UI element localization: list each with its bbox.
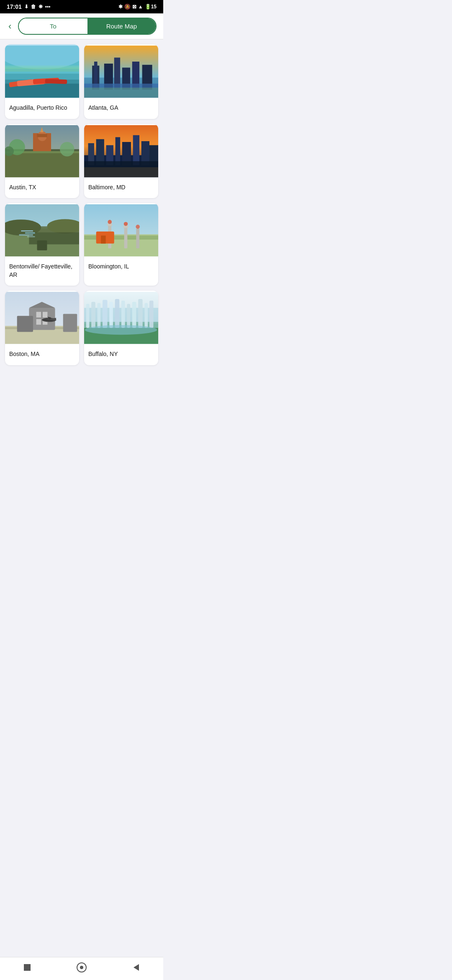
svg-rect-50 (29, 232, 79, 245)
download-icon: ⬇ (24, 4, 28, 10)
close-icon: ⊠ (132, 4, 136, 10)
svg-rect-98 (149, 301, 154, 328)
svg-rect-21 (84, 88, 158, 98)
svg-rect-27 (37, 134, 47, 137)
destination-image-aguadilla (5, 44, 79, 99)
svg-rect-87 (86, 304, 90, 328)
destination-image-bloomington (84, 203, 158, 258)
trash-icon: 🗑 (31, 4, 36, 10)
svg-rect-44 (84, 167, 158, 177)
destination-label-bloomington: Bloomington, IL (84, 258, 158, 278)
destination-label-austin: Austin, TX (5, 178, 79, 199)
main-content: Aguadilla, Puerto Rico Atlanta, GA (0, 39, 163, 400)
status-right: ✱ 🔕 ⊠ ▲ 🔋15 (118, 4, 157, 10)
more-icon: ••• (45, 4, 51, 10)
svg-rect-38 (116, 137, 120, 165)
svg-rect-94 (127, 304, 130, 328)
svg-rect-62 (124, 227, 128, 249)
status-bar: 17:01 ⬇ 🗑 ❋ ••• ✱ 🔕 ⊠ ▲ 🔋15 (0, 0, 163, 13)
destination-label-aguadilla: Aguadilla, Puerto Rico (5, 99, 79, 119)
svg-rect-65 (136, 228, 139, 248)
svg-rect-29 (5, 153, 79, 177)
svg-rect-89 (98, 303, 101, 328)
svg-rect-40 (133, 135, 139, 165)
svg-point-64 (124, 222, 128, 226)
destination-label-boston: Boston, MA (5, 345, 79, 365)
destinations-grid: Aguadilla, Puerto Rico Atlanta, GA (0, 39, 163, 370)
svg-point-99 (85, 325, 157, 335)
destination-image-baltimore (84, 124, 158, 178)
header: ‹ To Route Map (0, 13, 163, 39)
svg-rect-96 (138, 299, 143, 328)
toggle-to-button[interactable]: To (19, 18, 87, 34)
svg-rect-93 (121, 301, 125, 328)
destination-card-atlanta[interactable]: Atlanta, GA (84, 44, 158, 119)
destination-label-buffalo: Buffalo, NY (84, 345, 158, 365)
destination-image-atlanta (84, 44, 158, 99)
toggle-route-map-button[interactable]: Route Map (87, 18, 156, 34)
destination-image-bentonville (5, 203, 79, 258)
destination-card-buffalo[interactable]: Buffalo, NY (84, 291, 158, 365)
bluetooth-icon: ✱ (118, 4, 123, 10)
battery-icon: 🔋15 (145, 4, 157, 10)
destination-label-baltimore: Baltimore, MD (84, 178, 158, 199)
svg-rect-95 (132, 302, 136, 328)
svg-point-66 (136, 225, 140, 229)
destination-card-bentonville[interactable]: Bentonville/ Fayetteville, AR (5, 203, 79, 286)
svg-rect-74 (36, 312, 41, 317)
svg-rect-54 (27, 237, 35, 237)
svg-rect-97 (144, 303, 148, 328)
svg-rect-51 (21, 230, 33, 232)
svg-point-61 (108, 220, 112, 224)
destination-card-aguadilla[interactable]: Aguadilla, Puerto Rico (5, 44, 79, 119)
svg-rect-91 (109, 302, 113, 328)
destination-card-austin[interactable]: Austin, TX (5, 124, 79, 199)
destination-image-austin (5, 124, 79, 178)
destination-card-boston[interactable]: Boston, MA (5, 291, 79, 365)
destination-label-bentonville: Bentonville/ Fayetteville, AR (5, 258, 79, 286)
destination-label-atlanta: Atlanta, GA (84, 99, 158, 119)
destination-image-boston (5, 291, 79, 345)
back-button[interactable]: ‹ (7, 19, 13, 34)
wifi-icon: ▲ (138, 4, 143, 10)
svg-rect-68 (101, 236, 105, 244)
svg-rect-79 (63, 314, 77, 332)
destination-card-bloomington[interactable]: Bloomington, IL (84, 203, 158, 286)
destination-card-baltimore[interactable]: Baltimore, MD (84, 124, 158, 199)
svg-rect-55 (37, 240, 47, 250)
svg-point-31 (60, 142, 74, 156)
svg-rect-92 (115, 299, 120, 328)
mute-icon: 🔕 (124, 4, 131, 10)
destination-image-buffalo (84, 291, 158, 345)
layers-icon: ❋ (39, 4, 43, 10)
status-time: 17:01 (7, 3, 22, 10)
toggle-group: To Route Map (18, 18, 157, 35)
svg-rect-8 (45, 79, 67, 84)
svg-rect-90 (103, 300, 107, 328)
svg-rect-78 (17, 316, 33, 332)
status-left: 17:01 ⬇ 🗑 ❋ ••• (7, 3, 50, 10)
svg-rect-76 (36, 319, 41, 325)
svg-rect-52 (25, 232, 35, 234)
svg-rect-58 (84, 236, 158, 240)
svg-rect-10 (5, 66, 79, 69)
svg-rect-88 (91, 302, 95, 328)
svg-rect-53 (19, 235, 33, 236)
svg-rect-75 (43, 312, 47, 317)
